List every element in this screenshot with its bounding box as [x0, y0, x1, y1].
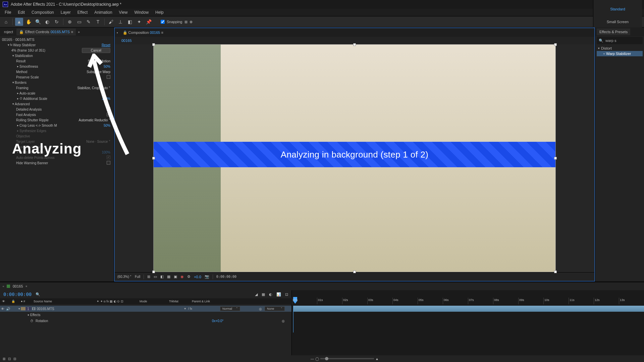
handle-bot-mid[interactable] [353, 270, 356, 273]
menu-composition[interactable]: Composition [28, 9, 57, 16]
search-layer-icon[interactable]: 🔍 [36, 292, 40, 297]
channel-icon[interactable]: ◧ [160, 275, 164, 279]
zoom-out-icon[interactable]: — [311, 357, 314, 361]
project-tab[interactable]: roject [1, 28, 16, 35]
parent-dropdown[interactable]: None˅ [265, 306, 285, 311]
borders-twirl[interactable]: ▾ [11, 81, 15, 84]
time-ruler[interactable]: 00s 01s 02s 03s 04s 05s 06s 07s 08s 09s … [292, 290, 644, 306]
layer-audio-icon[interactable]: 🔊 [5, 307, 11, 311]
toggle-switches-icon[interactable]: ⊞ [3, 357, 5, 361]
rotate-tool[interactable]: ↻ [53, 18, 61, 26]
zoom-in-icon[interactable]: ▲ [375, 357, 379, 361]
timeline-timecode[interactable]: 0:00:00:00 [3, 292, 32, 297]
hide-warning-checkbox[interactable] [107, 161, 110, 165]
rect-tool[interactable]: ▭ [75, 18, 83, 26]
comp-breadcrumb[interactable]: 00165 [121, 39, 132, 43]
handle-bot-right[interactable] [554, 270, 557, 273]
footage-preview[interactable]: Analyzing in background (step 1 of 2) [153, 44, 556, 272]
advanced-twirl[interactable]: ▾ [11, 102, 15, 106]
effect-controls-tab[interactable]: 🔒 Effect Controls 00165.MTS ≡ [16, 28, 76, 36]
layer-sub-rotation[interactable]: ⏱ Rotation 0x+0.0° ◎ [0, 318, 291, 324]
layer-duration-bar[interactable] [293, 306, 644, 312]
workspace-standard[interactable]: Standard [610, 7, 625, 11]
menu-window[interactable]: Window [131, 9, 152, 16]
panel-overflow[interactable]: » [78, 30, 80, 34]
layer-twirl[interactable]: ▾ [17, 307, 21, 310]
layer-source-name[interactable]: 🎞 00165.MTS [31, 307, 54, 311]
tab-menu-icon[interactable]: ≡ [26, 285, 28, 288]
blend-mode-dropdown[interactable]: Normal˅ [220, 306, 240, 311]
menu-edit[interactable]: Edit [14, 9, 28, 16]
zoom-dropdown[interactable]: (60.3%) ˅ [117, 275, 131, 279]
menu-effect[interactable]: Effect [74, 9, 91, 16]
brain-icon[interactable]: ⊡ [285, 292, 288, 297]
home-button[interactable]: ⌂ [2, 18, 10, 26]
lock-col-icon[interactable]: 🔒 [11, 300, 18, 303]
type-tool[interactable]: T [94, 18, 102, 26]
menu-view[interactable]: View [116, 9, 131, 16]
menu-layer[interactable]: Layer [57, 9, 74, 16]
zoom-tool[interactable]: 🔍 [34, 18, 42, 26]
trkmat-header[interactable]: TrkMat [169, 300, 189, 303]
effect-twirl[interactable]: ▾ [7, 43, 10, 47]
snapshot-icon[interactable]: 📷 [205, 275, 209, 279]
shy-icon[interactable]: ◢ [255, 292, 258, 297]
puppet-tool[interactable]: 📌 [145, 18, 153, 26]
expression-pickwhip-icon[interactable]: ◎ [282, 319, 285, 323]
orbit-tool[interactable]: ◐ [43, 18, 51, 26]
layer-row-1[interactable]: 👁 🔊 ▾ 1 🎞 00165.MTS ✦ / fx Normal˅ ◎ Non… [0, 306, 291, 312]
view-icon[interactable]: ▣ [174, 275, 177, 279]
graph-icon[interactable]: 📊 [276, 292, 281, 297]
track-area[interactable] [292, 306, 644, 355]
stopwatch-icon[interactable]: ⏱ [19, 97, 22, 100]
snap-icon[interactable]: ⊞ [184, 20, 187, 24]
handle-top-right[interactable] [554, 43, 557, 46]
stopwatch-icon[interactable]: ⏱ [30, 319, 34, 323]
mode-header[interactable]: Mode [140, 300, 166, 303]
snapping-checkbox[interactable] [161, 20, 165, 24]
transparency-icon[interactable]: ▦ [167, 275, 170, 279]
workspace-small[interactable]: Small Screen [607, 20, 629, 24]
tree-folder-distort[interactable]: ▾Distort [597, 46, 643, 51]
layer-sub-effects[interactable]: ▸ Effects [0, 312, 291, 318]
color-icon[interactable]: ◉ [180, 275, 184, 279]
hand-tool[interactable]: ✋ [24, 18, 33, 26]
layer-color-label[interactable] [21, 307, 25, 310]
snap-icon-2[interactable]: ⊗ [190, 20, 193, 24]
frame-blend-icon[interactable]: ▦ [262, 292, 265, 297]
effects-presets-tab[interactable]: Effects & Presets [597, 28, 630, 35]
gear-icon[interactable]: ⚙ [187, 275, 191, 279]
handle-mid-right[interactable] [554, 157, 557, 160]
fx-icon[interactable]: fx [10, 43, 12, 47]
eraser-tool[interactable]: ◧ [126, 18, 134, 26]
quality-dropdown[interactable]: Full [135, 275, 140, 279]
zoom-slider[interactable] [320, 358, 374, 359]
grid-icon[interactable]: ⊞ [147, 275, 150, 279]
parent-header[interactable]: Parent & Link [192, 300, 210, 303]
exposure-value[interactable]: +0.0 [194, 275, 201, 279]
toggle-modes-icon[interactable]: ⊡ [8, 357, 11, 361]
source-name-header[interactable]: Source Name [34, 300, 94, 303]
eye-col-icon[interactable]: 👁 [2, 300, 9, 303]
viewer-timecode[interactable]: 0:00:00:00 [216, 275, 236, 279]
parent-pickwhip-icon[interactable]: ◎ [259, 307, 262, 311]
cancel-button[interactable]: Cancel [82, 48, 110, 53]
anchor-tool[interactable]: ⊕ [66, 18, 74, 26]
handle-top-left[interactable] [152, 43, 155, 46]
pen-tool[interactable]: ✎ [85, 18, 93, 26]
toggle-inout-icon[interactable]: ⊟ [13, 357, 16, 361]
tree-item-warp-stabilizer[interactable]: ▫ Warp Stabilizer [597, 51, 643, 56]
handle-bot-left[interactable] [152, 270, 155, 273]
clone-tool[interactable]: ⊥ [116, 18, 124, 26]
selection-tool[interactable]: ▲ [15, 18, 23, 26]
handle-mid-left[interactable] [152, 157, 155, 160]
menu-animation[interactable]: Animation [91, 9, 115, 16]
rotation-value[interactable]: 0x+0.0° [212, 319, 279, 323]
panel-menu-icon[interactable]: ≡ [71, 30, 73, 34]
effect-name[interactable]: Warp Stabilizer [13, 43, 36, 47]
roto-tool[interactable]: ✦ [135, 18, 143, 26]
brush-tool[interactable]: 🖌 [107, 18, 115, 26]
viewer[interactable]: Analyzing in background (step 1 of 2) [115, 44, 594, 272]
mask-icon[interactable]: ▭ [154, 275, 157, 279]
menu-help[interactable]: Help [152, 9, 167, 16]
